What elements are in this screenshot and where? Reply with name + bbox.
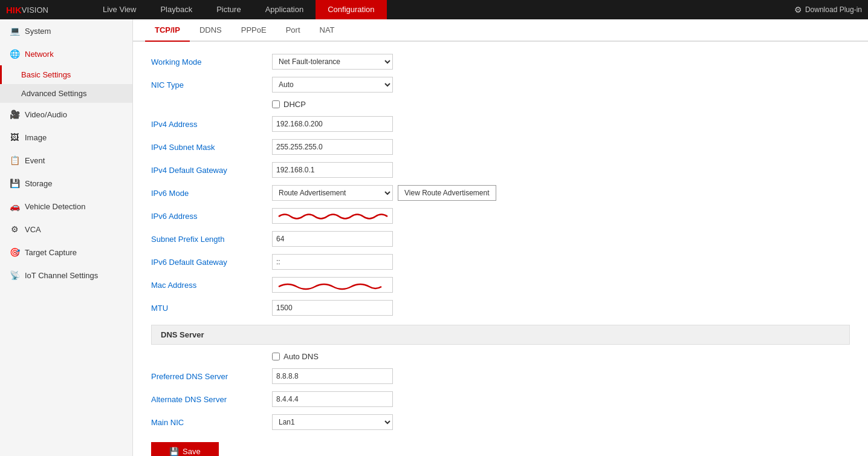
nav-picture[interactable]: Picture <box>204 0 253 19</box>
system-icon: 💻 <box>9 25 20 36</box>
sidebar-item-system[interactable]: 💻 System <box>0 19 132 42</box>
ipv4-address-label: IPv4 Address <box>151 120 272 129</box>
sidebar-label-network: Network <box>25 50 54 59</box>
dhcp-checkbox[interactable] <box>272 100 280 108</box>
sidebar-item-vehicle-detection[interactable]: 🚗 Vehicle Detection <box>0 195 132 218</box>
ipv4-subnet-label: IPv4 Subnet Mask <box>151 143 272 152</box>
main-nic-row: Main NIC Lan1 Lan2 <box>151 414 850 430</box>
preferred-dns-row: Preferred DNS Server 8.8.8.8 <box>151 368 850 384</box>
ipv4-address-row: IPv4 Address 192.168.0.200 <box>151 116 850 132</box>
sidebar-sub-advanced-settings[interactable]: Advanced Settings <box>0 84 132 103</box>
auto-dns-label: Auto DNS <box>283 352 319 361</box>
sidebar-item-network[interactable]: 🌐 Network <box>0 42 132 65</box>
dhcp-label: DHCP <box>283 100 306 109</box>
sidebar: 💻 System 🌐 Network Basic Settings Advanc… <box>0 19 133 456</box>
sidebar-label-vehicle-detection: Vehicle Detection <box>25 202 85 211</box>
top-navigation: HIKVISION Live View Playback Picture App… <box>0 0 868 19</box>
nav-right: ⚙ Download Plug-in <box>794 5 862 15</box>
ipv4-subnet-input[interactable]: 255.255.255.0 <box>272 139 393 155</box>
nav-items: Live View Playback Picture Application C… <box>91 0 794 19</box>
main-nic-label: Main NIC <box>151 418 272 427</box>
logo: HIKVISION <box>6 2 79 17</box>
redacted-squiggle-svg <box>276 210 390 223</box>
event-icon: 📋 <box>9 155 20 166</box>
auto-dns-row: Auto DNS <box>151 352 850 361</box>
ipv6-mode-row: IPv6 Mode Route Advertisement DHCP Manua… <box>151 185 850 201</box>
preferred-dns-label: Preferred DNS Server <box>151 372 272 381</box>
sidebar-label-storage: Storage <box>25 179 53 188</box>
ipv6-address-row: IPv6 Address <box>151 208 850 224</box>
mac-redacted-squiggle-svg <box>276 279 390 292</box>
tab-ddns[interactable]: DDNS <box>190 19 232 42</box>
sidebar-item-image[interactable]: 🖼 Image <box>0 126 132 149</box>
target-capture-icon: 🎯 <box>9 247 20 258</box>
plugin-icon: ⚙ <box>794 5 802 15</box>
subnet-prefix-label: Subnet Prefix Length <box>151 235 272 244</box>
sidebar-item-event[interactable]: 📋 Event <box>0 149 132 172</box>
tab-pppoe[interactable]: PPPoE <box>232 19 276 42</box>
sidebar-label-event: Event <box>25 156 45 165</box>
sidebar-item-storage[interactable]: 💾 Storage <box>0 172 132 195</box>
sidebar-item-target-capture[interactable]: 🎯 Target Capture <box>0 241 132 264</box>
ipv4-address-input[interactable]: 192.168.0.200 <box>272 116 393 132</box>
ipv6-address-redacted <box>272 208 393 224</box>
nic-type-row: NIC Type Auto 10M Half-dup 10M Full-dup … <box>151 77 850 93</box>
sidebar-label-target-capture: Target Capture <box>25 248 77 257</box>
nic-type-select[interactable]: Auto 10M Half-dup 10M Full-dup 100M Half… <box>272 77 393 93</box>
sidebar-item-video-audio[interactable]: 🎥 Video/Audio <box>0 103 132 126</box>
network-icon: 🌐 <box>9 48 20 59</box>
dhcp-row: DHCP <box>151 100 850 109</box>
mtu-label: MTU <box>151 304 272 313</box>
save-icon: 💾 <box>169 447 179 456</box>
mac-address-redacted <box>272 277 393 293</box>
main-layout: 💻 System 🌐 Network Basic Settings Advanc… <box>0 19 868 456</box>
nav-configuration[interactable]: Configuration <box>316 0 386 19</box>
main-nic-select[interactable]: Lan1 Lan2 <box>272 414 393 430</box>
sidebar-label-iot-channel: IoT Channel Settings <box>25 271 98 280</box>
nic-type-label: NIC Type <box>151 80 272 90</box>
sidebar-label-image: Image <box>25 133 47 142</box>
ipv4-gateway-label: IPv4 Default Gateway <box>151 166 272 175</box>
mtu-input[interactable]: 1500 <box>272 300 393 316</box>
subnet-prefix-input[interactable]: 64 <box>272 231 393 247</box>
storage-icon: 💾 <box>9 178 20 189</box>
content-area: TCP/IP DDNS PPPoE Port NAT Working Mode … <box>133 19 868 456</box>
dns-server-section-header: DNS Server <box>151 325 850 345</box>
ipv4-gateway-input[interactable]: 192.168.0.1 <box>272 162 393 178</box>
image-icon: 🖼 <box>9 132 20 143</box>
sidebar-item-iot-channel[interactable]: 📡 IoT Channel Settings <box>0 264 132 287</box>
alternate-dns-input[interactable]: 8.4.4.4 <box>272 391 393 407</box>
ipv6-mode-select[interactable]: Route Advertisement DHCP Manual <box>272 185 393 201</box>
video-audio-icon: 🎥 <box>9 109 20 120</box>
tab-tcpip[interactable]: TCP/IP <box>145 19 190 42</box>
tab-nat[interactable]: NAT <box>310 19 345 42</box>
preferred-dns-input[interactable]: 8.8.8.8 <box>272 368 393 384</box>
form-area: Working Mode Net Fault-tolerance Multi-a… <box>133 42 868 456</box>
vca-icon: ⚙ <box>9 224 20 235</box>
nav-playback[interactable]: Playback <box>148 0 204 19</box>
ipv6-address-label: IPv6 Address <box>151 212 272 221</box>
logo-vision: VISION <box>22 5 48 15</box>
ipv6-gateway-label: IPv6 Default Gateway <box>151 258 272 267</box>
mac-address-row: Mac Address <box>151 277 850 293</box>
auto-dns-checkbox[interactable] <box>272 353 280 360</box>
sidebar-sub-basic-settings[interactable]: Basic Settings <box>0 65 132 84</box>
ipv6-gateway-row: IPv6 Default Gateway :: <box>151 254 850 270</box>
mac-address-label: Mac Address <box>151 281 272 290</box>
download-plugin-label[interactable]: Download Plug-in <box>805 5 862 14</box>
sidebar-item-vca[interactable]: ⚙ VCA <box>0 218 132 241</box>
tab-port[interactable]: Port <box>276 19 310 42</box>
view-route-btn[interactable]: View Route Advertisement <box>398 185 496 201</box>
working-mode-row: Working Mode Net Fault-tolerance Multi-a… <box>151 54 850 70</box>
alternate-dns-label: Alternate DNS Server <box>151 395 272 404</box>
ipv6-gateway-input[interactable]: :: <box>272 254 393 270</box>
working-mode-select[interactable]: Net Fault-tolerance Multi-address Load B… <box>272 54 393 70</box>
nav-application[interactable]: Application <box>253 0 316 19</box>
save-button[interactable]: 💾 Save <box>151 442 219 456</box>
vehicle-detection-icon: 🚗 <box>9 201 20 212</box>
ipv6-mode-label: IPv6 Mode <box>151 189 272 198</box>
subnet-prefix-row: Subnet Prefix Length 64 <box>151 231 850 247</box>
ipv4-gateway-row: IPv4 Default Gateway 192.168.0.1 <box>151 162 850 178</box>
sidebar-label-video-audio: Video/Audio <box>25 110 67 119</box>
nav-live-view[interactable]: Live View <box>91 0 148 19</box>
